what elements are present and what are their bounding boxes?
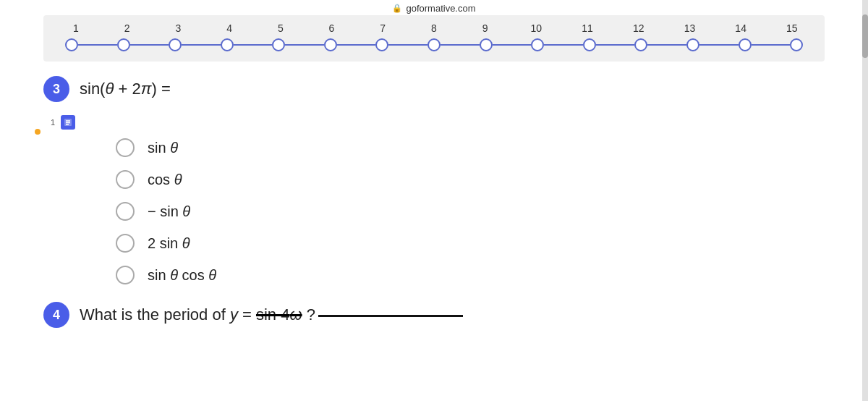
nl-dot-4[interactable] [221,38,234,51]
scrollbar[interactable] [862,0,868,401]
nl-dot-14[interactable] [739,38,752,51]
option-1[interactable]: sin θ [116,138,825,157]
nl-line-12-13 [647,44,686,46]
nl-line-3-4 [182,44,221,46]
number-line-container: 1 2 3 4 5 6 7 8 9 10 11 12 13 14 15 [43,15,825,62]
main-content: 3 sin(θ + 2π) = 1 sin θ [0,62,868,328]
nl-line-10-11 [544,44,583,46]
question-4-text: What is the period of y = sin 4ω ? [80,305,463,324]
number-line-labels: 1 2 3 4 5 6 7 8 9 10 11 12 13 14 15 [65,22,803,34]
nl-line-5-6 [285,44,324,46]
nl-label-11: 11 [576,22,598,34]
nl-line-1-2 [78,44,117,46]
nl-label-15: 15 [781,22,803,34]
radio-1[interactable] [116,138,135,157]
radio-2[interactable] [116,170,135,189]
notes-icon [61,115,75,130]
options-list: sin θ cos θ − sin θ 2 sin θ sin θ cos θ [116,138,825,284]
nl-line-11-12 [596,44,635,46]
nl-label-7: 7 [372,22,393,34]
nl-dot-1[interactable] [65,38,78,51]
nl-line-2-3 [130,44,169,46]
question-3-block: 3 sin(θ + 2π) = 1 sin θ [43,76,825,284]
strikethrough-equation: sin 4ω [256,305,302,324]
nl-line-4-5 [234,44,273,46]
nl-line-8-9 [441,44,480,46]
nl-dot-8[interactable] [427,38,441,51]
option-4[interactable]: 2 sin θ [116,234,825,253]
number-line-dots [65,38,803,51]
points-row: 1 [51,115,825,130]
nl-label-9: 9 [475,22,496,34]
question-3-badge: 3 [43,76,69,102]
nl-dot-5[interactable] [272,38,285,51]
question-3-header: 3 sin(θ + 2π) = [43,76,825,102]
nl-dot-11[interactable] [583,38,596,51]
nl-label-6: 6 [321,22,343,34]
nl-label-3: 3 [167,22,189,34]
radio-3[interactable] [116,202,135,221]
scrollbar-thumb[interactable] [862,14,868,58]
nl-label-5: 5 [270,22,292,34]
nl-label-14: 14 [730,22,752,34]
orange-indicator-dot [35,129,41,135]
option-3-text: − sin θ [148,203,190,220]
question-4-header: 4 What is the period of y = sin 4ω ? [43,302,825,328]
nl-dot-7[interactable] [375,38,388,51]
nl-line-9-10 [493,44,532,46]
option-4-text: 2 sin θ [148,235,190,252]
radio-5[interactable] [116,266,135,284]
lock-icon: 🔒 [392,4,402,13]
option-5-text: sin θ cos θ [148,267,216,284]
nl-line-13-14 [699,44,739,46]
top-bar: 🔒 goformative.com [0,0,868,15]
question-4-block: 4 What is the period of y = sin 4ω ? [43,302,825,328]
nl-dot-6[interactable] [324,38,337,51]
nl-label-2: 2 [116,22,138,34]
option-3[interactable]: − sin θ [116,202,825,221]
url-text: goformative.com [406,3,475,14]
nl-label-10: 10 [525,22,547,34]
nl-dot-15[interactable] [790,38,803,51]
nl-line-14-15 [752,44,791,46]
nl-dot-3[interactable] [169,38,182,51]
option-2-text: cos θ [148,172,182,188]
nl-label-12: 12 [628,22,650,34]
points-label: 1 [51,118,55,127]
nl-dot-13[interactable] [686,38,699,51]
option-1-text: sin θ [148,140,178,156]
option-2[interactable]: cos θ [116,170,825,189]
nl-dot-9[interactable] [480,38,493,51]
answer-underline [318,315,463,317]
question-3-text: sin(θ + 2π) = [80,80,171,98]
nl-dot-12[interactable] [634,38,647,51]
nl-line-7-8 [388,44,427,46]
nl-label-8: 8 [423,22,445,34]
radio-4[interactable] [116,234,135,253]
question-4-badge: 4 [43,302,69,328]
nl-line-6-7 [337,44,376,46]
nl-dot-2[interactable] [117,38,130,51]
nl-label-4: 4 [218,22,240,34]
option-5[interactable]: sin θ cos θ [116,266,825,284]
nl-dot-10[interactable] [531,38,544,51]
nl-label-13: 13 [678,22,700,34]
nl-label-1: 1 [65,22,87,34]
